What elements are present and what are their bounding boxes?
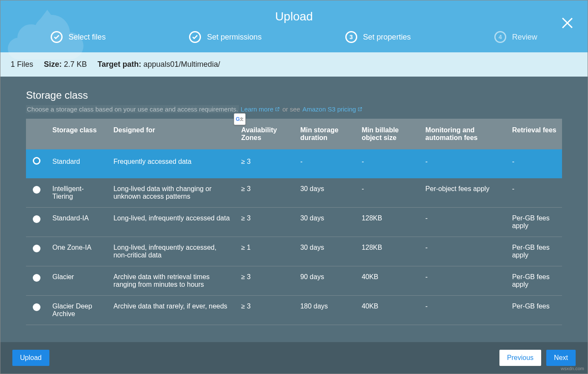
cell-retrieval: Per-GB fees — [507, 296, 562, 325]
cell-monitoring: - — [420, 296, 507, 325]
cell-designed: Long-lived, infrequently accessed data — [108, 208, 236, 237]
file-count: 1 Files — [11, 60, 33, 69]
cell-minsize: 128KB — [356, 208, 420, 237]
table-row[interactable]: Standard Frequently accessed data ≥ 3 - … — [26, 149, 562, 178]
close-button[interactable] — [559, 15, 575, 31]
cell-name: Intelligent-Tiering — [47, 178, 108, 208]
table-row[interactable]: Glacier Archive data with retrieval time… — [26, 266, 562, 296]
step-number-icon: 3 — [345, 31, 357, 43]
cell-minsize: 40KB — [356, 296, 420, 325]
cell-monitoring: - — [420, 266, 507, 296]
cell-minsize: 40KB — [356, 266, 420, 296]
step-number-icon: 4 — [494, 31, 506, 43]
col-min-duration: Min storage duration — [295, 119, 356, 149]
cell-monitoring: Per-object fees apply — [420, 178, 507, 208]
external-link-icon — [275, 106, 280, 111]
col-min-size: Min billable object size — [356, 119, 420, 149]
cell-minsize: 128KB — [356, 237, 420, 266]
radio-button[interactable] — [33, 274, 40, 282]
cell-az: ≥ 3 — [236, 208, 295, 237]
cell-name: Standard-IA — [47, 208, 108, 237]
cell-minsize: - — [356, 178, 420, 208]
cell-name: Standard — [47, 149, 108, 178]
step-label: Set properties — [363, 33, 411, 42]
cell-az: ≥ 1 — [236, 237, 295, 266]
cell-duration: 180 days — [295, 296, 356, 325]
upload-dialog: Upload Select files Set permissions 3 Se… — [0, 0, 588, 374]
external-link-icon — [357, 106, 362, 111]
cell-designed: Frequently accessed data — [108, 149, 236, 178]
properties-section: Storage class G文 Choose a storage class … — [0, 77, 588, 334]
table-header-row: Storage class Designed for Availability … — [26, 119, 562, 149]
section-title: Storage class — [26, 89, 562, 101]
learn-more-link[interactable]: Learn more — [241, 106, 280, 113]
cell-name: Glacier — [47, 266, 108, 296]
table-row[interactable]: Standard-IA Long-lived, infrequently acc… — [26, 208, 562, 237]
cell-az: ≥ 3 — [236, 266, 295, 296]
step-label: Set permissions — [207, 33, 261, 42]
step-label: Select files — [69, 33, 106, 42]
cell-retrieval: Per-GB fees apply — [507, 237, 562, 266]
cell-az: ≥ 3 — [236, 149, 295, 178]
target-path-label: Target path: — [98, 60, 141, 69]
table-row[interactable]: One Zone-IA Long-lived, infrequently acc… — [26, 237, 562, 266]
cell-duration: - — [295, 149, 356, 178]
checkmark-icon — [51, 31, 63, 43]
radio-button[interactable] — [33, 157, 40, 165]
radio-button[interactable] — [33, 215, 40, 223]
pricing-link[interactable]: Amazon S3 pricing — [302, 106, 362, 113]
radio-button[interactable] — [33, 186, 40, 194]
cell-designed: Archive data with retrieval times rangin… — [108, 266, 236, 296]
size-value: 2.7 KB — [64, 60, 87, 69]
cell-retrieval: Per-GB fees apply — [507, 266, 562, 296]
storage-class-table: Storage class Designed for Availability … — [26, 119, 562, 325]
step-review[interactable]: 4 Review — [494, 31, 537, 43]
col-radio — [26, 119, 47, 149]
watermark: wsxdn.com — [561, 366, 584, 371]
cell-duration: 30 days — [295, 178, 356, 208]
previous-button[interactable]: Previous — [499, 350, 541, 366]
section-subtitle: Choose a storage class based on your use… — [26, 106, 562, 113]
checkmark-icon — [189, 31, 201, 43]
dialog-title: Upload — [0, 0, 588, 31]
cell-duration: 30 days — [295, 208, 356, 237]
cell-monitoring: - — [420, 208, 507, 237]
cell-designed: Long-lived data with changing or unknown… — [108, 178, 236, 208]
col-monitoring: Monitoring and automation fees — [420, 119, 507, 149]
cell-retrieval: - — [507, 149, 562, 178]
upload-info-bar: 1 Files Size: 2.7 KB Target path: appual… — [0, 52, 588, 77]
step-label: Review — [512, 33, 537, 42]
cell-az: ≥ 3 — [236, 296, 295, 325]
step-select-files[interactable]: Select files — [51, 31, 106, 43]
table-row[interactable]: Glacier Deep Archive Archive data that r… — [26, 296, 562, 325]
cell-monitoring: - — [420, 237, 507, 266]
google-translate-icon[interactable]: G文 — [234, 113, 246, 125]
cell-designed: Long-lived, infrequently accessed, non-c… — [108, 237, 236, 266]
radio-button[interactable] — [33, 245, 40, 252]
col-storage-class: Storage class — [47, 119, 108, 149]
cell-designed: Archive data that rarely, if ever, needs — [108, 296, 236, 325]
col-retrieval: Retrieval fees — [507, 119, 562, 149]
upload-button[interactable]: Upload — [12, 350, 49, 366]
table-row[interactable]: Intelligent-Tiering Long-lived data with… — [26, 178, 562, 208]
cell-duration: 90 days — [295, 266, 356, 296]
cell-retrieval: Per-GB fees apply — [507, 208, 562, 237]
target-path-value: appuals01/Multimedia/ — [143, 60, 220, 69]
col-designed-for: Designed for — [108, 119, 236, 149]
cell-minsize: - — [356, 149, 420, 178]
step-set-properties[interactable]: 3 Set properties — [345, 31, 411, 43]
cell-az: ≥ 3 — [236, 178, 295, 208]
dialog-footer: Upload Previous Next — [0, 342, 588, 374]
step-set-permissions[interactable]: Set permissions — [189, 31, 261, 43]
cell-duration: 30 days — [295, 237, 356, 266]
cell-monitoring: - — [420, 149, 507, 178]
content-scroll[interactable]: 1 Files Size: 2.7 KB Target path: appual… — [0, 52, 588, 342]
radio-button[interactable] — [33, 303, 40, 311]
next-button[interactable]: Next — [546, 350, 576, 366]
dialog-header: Upload Select files Set permissions 3 Se… — [0, 0, 588, 52]
subtitle-text: Choose a storage class based on your use… — [26, 105, 239, 113]
cell-name: Glacier Deep Archive — [47, 296, 108, 325]
size-label: Size: — [44, 60, 62, 69]
wizard-steps: Select files Set permissions 3 Set prope… — [0, 31, 588, 52]
cell-name: One Zone-IA — [47, 237, 108, 266]
